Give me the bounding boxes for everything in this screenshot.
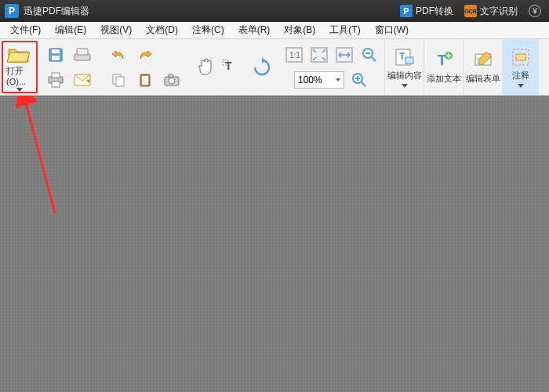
menu-form[interactable]: 表单(R): [231, 22, 278, 38]
svg-point-15: [169, 78, 175, 84]
pdf-convert-button[interactable]: P PDF转换: [400, 5, 453, 18]
ocr-button[interactable]: OCR 文字识别: [464, 5, 518, 18]
snapshot-button[interactable]: [162, 70, 182, 90]
save-button[interactable]: [45, 45, 66, 65]
menu-document[interactable]: 文档(D): [139, 22, 185, 38]
menu-view[interactable]: 视图(V): [93, 22, 139, 38]
edit-content-label: 编辑内容: [387, 70, 422, 82]
svg-line-27: [362, 82, 365, 86]
save-icon: [48, 47, 64, 63]
app-title: 迅捷PDF编辑器: [24, 5, 89, 18]
printer-icon: [47, 72, 64, 88]
svg-rect-2: [52, 56, 60, 60]
chevron-down-icon: [336, 78, 340, 82]
currency-button[interactable]: ¥: [529, 5, 544, 17]
svg-rect-10: [116, 77, 124, 86]
annotation-arrow: [16, 96, 78, 221]
open-label: 打开(O)...: [6, 65, 33, 86]
chevron-down-icon: [402, 84, 408, 88]
measure-button[interactable]: 测量: [538, 39, 549, 95]
copy-button[interactable]: [108, 70, 129, 90]
copy-icon: [111, 73, 125, 87]
svg-rect-13: [143, 74, 147, 76]
edit-ops-group: [100, 39, 190, 95]
fit-page-icon: [311, 47, 328, 63]
zoom-select[interactable]: 100%: [294, 71, 344, 89]
svg-rect-32: [405, 57, 413, 64]
redo-button[interactable]: [135, 45, 155, 65]
email-button[interactable]: [72, 70, 93, 90]
svg-line-24: [372, 57, 376, 61]
edit-form-button[interactable]: 编辑表单: [463, 39, 502, 95]
pdf-convert-icon: P: [400, 5, 413, 17]
rotate-icon: [252, 57, 272, 78]
edit-content-icon: T: [394, 46, 416, 68]
add-text-label: 添加文本: [427, 73, 461, 85]
hand-icon: [196, 58, 213, 77]
open-button[interactable]: 打开(O)...: [2, 41, 38, 93]
menu-edit[interactable]: 编辑(E): [48, 22, 93, 38]
zoom-value: 100%: [298, 74, 322, 85]
fit-width-button[interactable]: [334, 45, 354, 65]
hand-tool-button[interactable]: [195, 57, 215, 78]
rotate-group: [245, 39, 279, 95]
ocr-icon: OCR: [464, 5, 477, 17]
zoom-out-button[interactable]: [359, 45, 380, 65]
rotate-button[interactable]: [249, 55, 274, 80]
menu-window[interactable]: 窗口(W): [368, 22, 416, 38]
zoom-group: 1:1 100%: [279, 39, 384, 95]
undo-button[interactable]: [108, 45, 129, 65]
document-canvas: [0, 96, 549, 392]
camera-icon: [164, 74, 180, 86]
actual-size-icon: 1:1: [285, 47, 303, 63]
zoom-out-icon: [362, 47, 377, 63]
clipboard-icon: [139, 73, 151, 87]
fit-width-icon: [336, 47, 353, 63]
svg-line-44: [25, 100, 55, 213]
paste-button[interactable]: [135, 70, 155, 90]
pdf-convert-label: PDF转换: [416, 5, 453, 18]
zoom-in-icon: [351, 72, 367, 88]
add-text-icon: T: [433, 49, 455, 71]
edit-form-icon: [472, 49, 494, 71]
titlebar: P 迅捷PDF编辑器 P PDF转换 OCR 文字识别 ¥: [0, 0, 549, 22]
scanner-button[interactable]: [72, 45, 93, 65]
annotate-label: 注释: [512, 70, 529, 82]
text-select-button[interactable]: T: [220, 57, 240, 78]
zoom-in-button[interactable]: [349, 70, 369, 90]
ocr-label: 文字识别: [480, 5, 518, 18]
svg-rect-16: [169, 74, 173, 78]
mail-icon: [74, 74, 91, 86]
svg-rect-6: [52, 73, 60, 78]
text-select-icon: T: [222, 59, 238, 76]
app-icon: P: [5, 4, 19, 18]
edit-form-label: 编辑表单: [466, 73, 500, 85]
file-ops-group: [38, 39, 100, 95]
annotate-button[interactable]: 注释: [502, 39, 538, 95]
svg-rect-4: [77, 49, 88, 55]
svg-rect-7: [52, 82, 60, 87]
redo-icon: [137, 49, 153, 61]
svg-text:T: T: [399, 51, 405, 62]
svg-rect-12: [142, 76, 148, 85]
actual-size-button[interactable]: 1:1: [284, 45, 304, 65]
menu-tool[interactable]: 工具(T): [322, 22, 367, 38]
menubar: 文件(F) 编辑(E) 视图(V) 文档(D) 注释(C) 表单(R) 对象(B…: [0, 22, 549, 39]
undo-icon: [111, 49, 126, 61]
svg-rect-1: [52, 49, 60, 53]
menu-object[interactable]: 对象(B): [277, 22, 322, 38]
annotate-icon: [510, 46, 532, 68]
add-text-button[interactable]: T 添加文本: [424, 39, 463, 95]
edit-tools-group: T 编辑内容 T 添加文本 编辑表单 注释 测量: [384, 39, 549, 95]
chevron-down-icon: [518, 84, 524, 88]
scanner-icon: [74, 48, 91, 62]
menu-file[interactable]: 文件(F): [3, 22, 48, 38]
select-tools-group: T: [190, 39, 245, 95]
fit-page-button[interactable]: [309, 45, 329, 65]
folder-open-icon: [6, 44, 33, 64]
menu-comment[interactable]: 注释(C): [185, 22, 231, 38]
svg-text:1:1: 1:1: [289, 51, 300, 60]
svg-rect-40: [516, 54, 525, 60]
print-button[interactable]: [45, 70, 66, 90]
edit-content-button[interactable]: T 编辑内容: [384, 39, 424, 95]
